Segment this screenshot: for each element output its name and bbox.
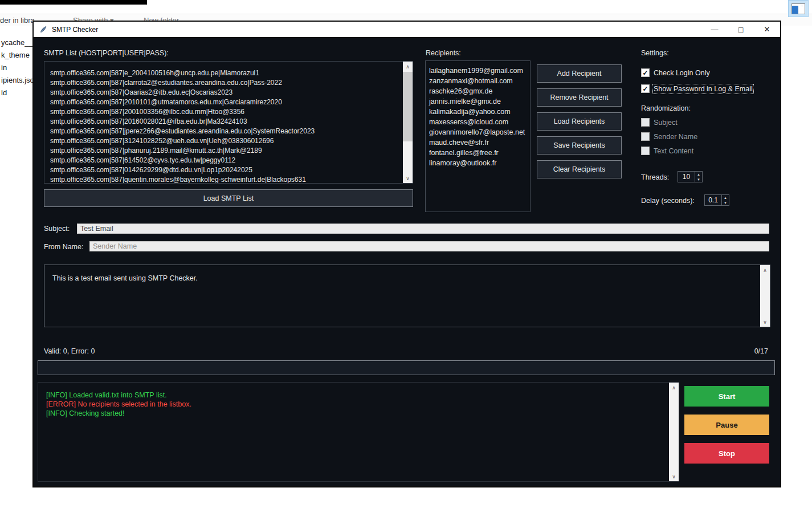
show-password-checkbox[interactable]: ✓ Show Password in Log & Email — [641, 84, 753, 93]
smtp-entry[interactable]: smtp.office365.com|587|quentin.morales@b… — [50, 175, 399, 184]
recipient-item[interactable]: jannis.mielke@gmx.de — [429, 96, 525, 107]
smtp-list-scrollbar[interactable]: ∧ ∨ — [403, 62, 413, 183]
valid-error-stats: Valid: 0, Error: 0 — [44, 347, 95, 355]
pause-button[interactable]: Pause — [684, 415, 769, 435]
randomize-subject-checkbox[interactable]: Subject — [641, 118, 678, 127]
email-body-text: This is a test email sent using SMTP Che… — [52, 274, 754, 282]
recipient-item[interactable]: maud.cheve@sfr.fr — [429, 137, 525, 148]
spinner-down-icon[interactable]: ▼ — [722, 200, 729, 205]
log-line-error: [ERROR] No recipients selected in the li… — [46, 400, 664, 409]
recipients-listbox[interactable]: lailaghanem1999@gmail.com zanzanmaxi@hot… — [425, 60, 531, 212]
threads-spinbox[interactable]: 10 ▲ ▼ — [678, 171, 703, 182]
email-body-textarea[interactable]: This is a test email sent using SMTP Che… — [44, 265, 770, 327]
checkbox-unchecked-icon — [641, 132, 650, 141]
randomize-text-checkbox[interactable]: Text Content — [641, 147, 693, 155]
scroll-down-arrow-icon[interactable]: ∨ — [760, 317, 770, 327]
window-thumbnail-pane — [792, 6, 798, 14]
randomize-subject-label: Subject — [654, 119, 678, 127]
explorer-file-item[interactable]: in — [1, 63, 7, 72]
recipient-item[interactable]: maxesserss@icloud.com — [429, 117, 525, 127]
smtp-list-label: SMTP List (HOST|PORT|USER|PASS): — [44, 49, 169, 57]
start-button[interactable]: Start — [684, 386, 769, 407]
randomize-text-label: Text Content — [654, 147, 693, 155]
add-recipient-button[interactable]: Add Recipient — [537, 64, 622, 83]
spinner-up-icon[interactable]: ▲ — [722, 195, 729, 200]
smtp-entry[interactable]: smtp.office365.com|587|31241028252@ueh.e… — [50, 136, 399, 146]
explorer-file-item[interactable]: ycache__ — [1, 38, 33, 47]
randomize-sender-label: Sender Name — [654, 133, 697, 141]
explorer-file-item[interactable]: ipients.jso — [1, 76, 34, 84]
spinner-down-icon[interactable]: ▼ — [695, 177, 702, 182]
maximize-button[interactable]: □ — [728, 22, 754, 38]
smtp-entry[interactable]: smtp.office365.com|587|0142629299@dtd.ed… — [50, 165, 399, 175]
smtp-entry[interactable]: smtp.office365.com|587|jperez266@estudia… — [50, 127, 399, 136]
recipient-item[interactable]: raschke26@gmx.de — [429, 86, 525, 96]
save-recipients-button[interactable]: Save Recipients — [537, 136, 622, 155]
recipients-label: Recipients: — [426, 49, 461, 57]
smtp-entry[interactable]: smtp.office365.com|587|clarrota2@estudia… — [50, 78, 399, 88]
scroll-down-arrow-icon[interactable]: ∨ — [403, 173, 413, 183]
delay-label: Delay (seconds): — [641, 197, 695, 205]
delay-spinbox[interactable]: 0.1 ▲ ▼ — [704, 194, 729, 206]
smtp-entry[interactable]: smtp.office365.com|587|20160028021@ifba.… — [50, 117, 399, 127]
log-line-info: [INFO] Loaded valid.txt into SMTP list. — [46, 391, 664, 400]
explorer-file-item[interactable]: k_theme — [1, 51, 30, 59]
recipient-item[interactable]: giovannimorello7@laposte.net — [429, 127, 525, 137]
window-content: SMTP List (HOST|PORT|USER|PASS): smtp.of… — [34, 38, 780, 486]
checkbox-unchecked-icon — [641, 118, 650, 127]
clear-recipients-button[interactable]: Clear Recipients — [537, 160, 622, 178]
threads-value[interactable]: 10 — [678, 172, 695, 182]
stop-button[interactable]: Stop — [684, 443, 769, 464]
background-black-strip — [0, 0, 147, 5]
recipients-list: lailaghanem1999@gmail.com zanzanmaxi@hot… — [429, 66, 525, 168]
subject-label: Subject: — [44, 225, 70, 233]
smtp-entry[interactable]: smtp.office365.com|587|614502@cyvs.tyc.e… — [50, 156, 399, 165]
scroll-down-arrow-icon[interactable]: ∨ — [669, 472, 679, 481]
recipient-item[interactable]: linamoray@outlook.fr — [429, 158, 525, 168]
window-thumbnail-icon: •• — [791, 3, 805, 14]
smtp-checker-window: SMTP Checker — □ ✕ SMTP List (HOST|PORT|… — [32, 21, 781, 487]
load-recipients-button[interactable]: Load Recipients — [537, 112, 622, 131]
checkbox-checked-icon: ✓ — [641, 68, 650, 77]
checkbox-checked-icon: ✓ — [641, 84, 650, 93]
spinner-up-icon[interactable]: ▲ — [695, 172, 702, 177]
explorer-toolbar-divider — [0, 14, 812, 14]
smtp-entry[interactable]: smtp.office365.com|587|2001003356@ilbc.e… — [50, 107, 399, 117]
smtp-entry[interactable]: smtp.office365.com|587|2010101@utmatamor… — [50, 97, 399, 107]
minimize-button[interactable]: — — [701, 22, 728, 38]
remove-recipient-button[interactable]: Remove Recipient — [537, 88, 622, 107]
recipient-item[interactable]: zanzanmaxi@hotmail.com — [429, 76, 525, 86]
from-name-label: From Name: — [44, 243, 83, 251]
load-smtp-list-button[interactable]: Load SMTP List — [44, 189, 413, 207]
log-textarea[interactable]: [INFO] Loaded valid.txt into SMTP list. … — [38, 382, 679, 482]
subject-input[interactable] — [77, 224, 769, 234]
screen: der in libra Share with ▾ New folder yca… — [0, 0, 812, 516]
show-password-label: Show Password in Log & Email — [654, 85, 753, 93]
scrollbar-thumb[interactable] — [403, 72, 413, 141]
recipient-item[interactable]: fontanel.gilles@free.fr — [429, 148, 525, 158]
randomize-sender-checkbox[interactable]: Sender Name — [641, 132, 697, 141]
smtp-entry[interactable]: smtp.office365.com|587|phanuruj.2189.mai… — [50, 146, 399, 156]
log-scrollbar[interactable]: ∧ ∨ — [669, 383, 679, 481]
log-lines: [INFO] Loaded valid.txt into SMTP list. … — [46, 391, 664, 418]
close-button[interactable]: ✕ — [754, 22, 780, 38]
check-login-only-checkbox[interactable]: ✓ Check Login Only — [641, 68, 710, 77]
recipient-item[interactable]: kalimakadija@yahoo.com — [429, 107, 525, 117]
scroll-up-arrow-icon[interactable]: ∧ — [760, 265, 770, 275]
threads-spinner[interactable]: ▲ ▼ — [695, 172, 702, 182]
scroll-up-arrow-icon[interactable]: ∧ — [669, 383, 679, 392]
delay-spinner[interactable]: ▲ ▼ — [721, 195, 729, 205]
scroll-up-arrow-icon[interactable]: ∧ — [403, 62, 413, 71]
recipient-item[interactable]: lailaghanem1999@gmail.com — [429, 66, 525, 76]
checkbox-unchecked-icon — [641, 147, 650, 155]
smtp-entry[interactable]: smtp.office365.com|587|e_2004100516h@unc… — [50, 68, 399, 78]
progress-bar — [38, 360, 775, 375]
delay-value[interactable]: 0.1 — [705, 195, 721, 205]
titlebar[interactable]: SMTP Checker — □ ✕ — [34, 22, 780, 38]
smtp-listbox[interactable]: smtp.office365.com|587|e_2004100516h@unc… — [44, 61, 413, 184]
email-body-scrollbar[interactable]: ∧ ∨ — [760, 265, 770, 327]
from-name-input[interactable] — [89, 241, 769, 251]
explorer-file-item[interactable]: id — [1, 88, 7, 97]
smtp-entry[interactable]: smtp.office365.com|587|Oaarias2@itb.edu.… — [50, 88, 399, 97]
taskbar-window-icon[interactable]: •• — [788, 0, 809, 17]
